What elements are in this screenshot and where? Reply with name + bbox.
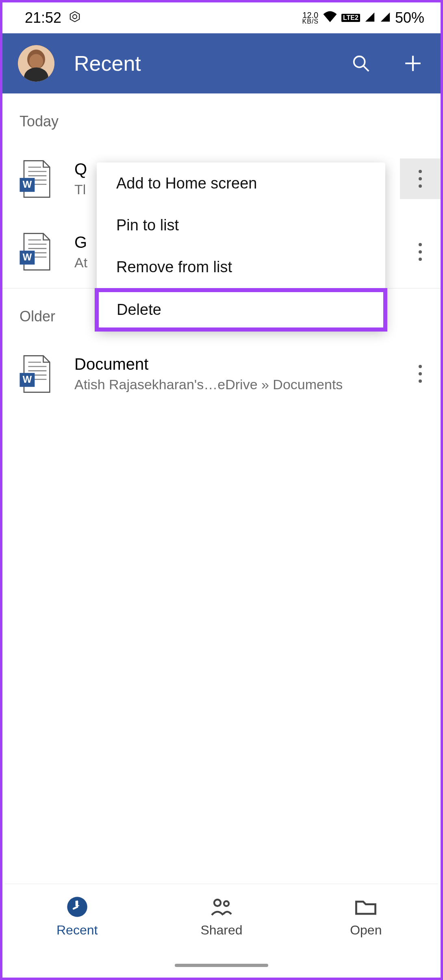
menu-delete[interactable]: Delete: [95, 288, 387, 332]
more-icon: [419, 243, 422, 261]
file-item[interactable]: W Document Atish Rajasekharan's…eDrive »…: [2, 337, 441, 410]
more-button[interactable]: [400, 353, 441, 394]
battery-percent: 50%: [395, 9, 424, 26]
word-doc-icon: W: [20, 355, 52, 393]
clock-icon: L: [65, 895, 89, 918]
nav-open[interactable]: Open: [294, 884, 438, 975]
hex-icon: [69, 9, 81, 26]
bottom-nav: L Recent Shared Open: [5, 884, 438, 975]
svg-text:W: W: [23, 252, 32, 262]
svg-line-7: [363, 66, 369, 71]
nav-label: Recent: [56, 923, 98, 938]
svg-point-1: [73, 15, 77, 19]
page-title: Recent: [74, 51, 325, 76]
nav-label: Open: [350, 923, 382, 938]
word-doc-icon: W: [20, 232, 52, 271]
nav-shared[interactable]: Shared: [149, 884, 293, 975]
status-bar: 21:52 12.0 KB/S LTE2 50%: [2, 2, 441, 33]
volte-badge: LTE2: [341, 14, 360, 22]
status-right: 12.0 KB/S LTE2 50%: [302, 9, 424, 26]
people-icon: [209, 895, 234, 918]
more-icon: [419, 170, 422, 188]
folder-icon: [354, 895, 378, 918]
nav-label: Shared: [200, 923, 242, 938]
nav-recent[interactable]: L Recent: [5, 884, 149, 975]
file-text: Document Atish Rajasekharan's…eDrive » D…: [74, 355, 400, 392]
menu-pin[interactable]: Pin to list: [97, 204, 385, 246]
svg-point-4: [29, 54, 43, 69]
more-button[interactable]: [400, 232, 441, 272]
word-doc-icon: W: [20, 160, 52, 198]
svg-point-34: [224, 901, 229, 906]
wifi-icon: [323, 9, 337, 26]
section-header-today: Today: [2, 93, 441, 130]
network-speed: 12.0 KB/S: [302, 11, 319, 24]
file-title: Document: [74, 355, 400, 373]
search-button[interactable]: [345, 47, 377, 80]
menu-remove[interactable]: Remove from list: [97, 246, 385, 288]
add-button[interactable]: [397, 47, 429, 80]
status-time: 21:52: [25, 9, 61, 26]
home-handle[interactable]: [175, 964, 268, 967]
more-button[interactable]: [400, 158, 441, 199]
avatar[interactable]: [18, 45, 54, 82]
signal-icon: [364, 9, 376, 26]
signal-icon-2: [380, 9, 391, 26]
svg-text:L: L: [75, 899, 79, 907]
svg-point-33: [214, 900, 221, 906]
menu-add-home[interactable]: Add to Home screen: [97, 163, 385, 204]
svg-text:W: W: [23, 373, 32, 384]
app-bar: Recent: [2, 33, 441, 93]
svg-point-6: [354, 56, 365, 67]
more-icon: [419, 365, 422, 383]
context-menu: Add to Home screen Pin to list Remove fr…: [97, 163, 385, 330]
svg-marker-0: [70, 12, 80, 22]
file-subtitle: Atish Rajasekharan's…eDrive » Documents: [74, 377, 400, 392]
status-left: 21:52: [25, 9, 81, 26]
svg-text:W: W: [23, 178, 32, 189]
